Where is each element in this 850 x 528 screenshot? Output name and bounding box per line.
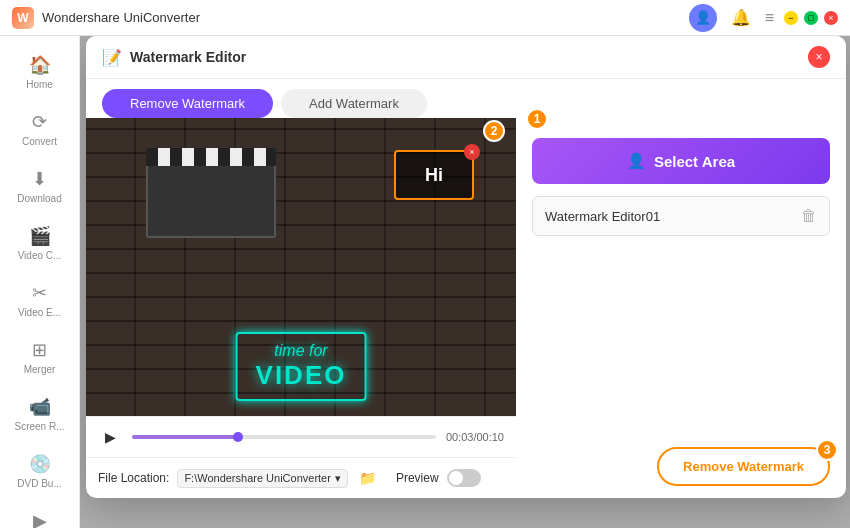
chevron-down-icon: ▾ <box>335 472 341 485</box>
sidebar-item-video-compress[interactable]: 🎬 Video C... <box>4 217 76 270</box>
right-panel: 1 👤 Select Area Watermark Editor01 🗑 <box>516 118 846 498</box>
video-content: time for VIDEO 2 Hi × <box>86 118 516 416</box>
sidebar-item-player[interactable]: ▶ Player <box>4 502 76 528</box>
sidebar-item-merger-label: Merger <box>24 364 56 376</box>
badge-3: 3 <box>816 439 838 461</box>
sidebar-item-dvd-burn[interactable]: 💿 DVD Bu... <box>4 445 76 498</box>
sidebar-item-video-edit[interactable]: ✂ Video E... <box>4 274 76 327</box>
dialog-title: Watermark Editor <box>130 49 246 65</box>
remove-watermark-label: Remove Watermark <box>683 459 804 474</box>
toggle-dot <box>449 471 463 485</box>
dialog-close-button[interactable]: × <box>808 46 830 68</box>
sidebar-item-convert-label: Convert <box>22 136 57 148</box>
progress-thumb <box>233 432 243 442</box>
maximize-button[interactable]: □ <box>804 11 818 25</box>
video-compress-icon: 🎬 <box>29 225 51 247</box>
main-layout: 🏠 Home ⟳ Convert ⬇ Download 🎬 Video C...… <box>0 36 850 528</box>
select-area-button[interactable]: 👤 Select Area <box>532 138 830 184</box>
watermark-selection-box[interactable]: Hi × <box>394 150 474 200</box>
app-title: Wondershare UniConverter <box>42 10 689 25</box>
watermark-list-item: Watermark Editor01 🗑 <box>532 196 830 236</box>
sidebar-item-video-compress-label: Video C... <box>18 250 62 262</box>
sidebar-item-convert[interactable]: ⟳ Convert <box>4 103 76 156</box>
dialog-tabs: Remove Watermark Add Watermark <box>86 79 846 118</box>
menu-icon[interactable]: ≡ <box>765 9 774 27</box>
folder-open-button[interactable]: 📁 <box>356 466 380 490</box>
person-icon: 👤 <box>627 152 646 170</box>
video-controls: ▶ 00:03/00:10 <box>86 416 516 457</box>
title-bar: W Wondershare UniConverter 👤 🔔 ≡ − □ × <box>0 0 850 36</box>
dvd-burn-icon: 💿 <box>29 453 51 475</box>
watermark-editor-dialog: 📝 Watermark Editor × Remove Watermark Ad… <box>86 36 846 498</box>
sidebar-item-download-label: Download <box>17 193 61 205</box>
home-icon: 🏠 <box>29 54 51 76</box>
sidebar-item-download[interactable]: ⬇ Download <box>4 160 76 213</box>
video-progress-bar[interactable] <box>132 435 436 439</box>
watermark-remove-icon[interactable]: × <box>464 144 480 160</box>
badge-2: 2 <box>483 120 505 142</box>
file-location-bar: File Location: F:\Wondershare UniConvert… <box>86 457 516 498</box>
dialog-title-row: 📝 Watermark Editor <box>102 48 246 67</box>
watermark-item-name: Watermark Editor01 <box>545 209 660 224</box>
file-location-path: F:\Wondershare UniConverter <box>184 472 331 484</box>
badge-1: 1 <box>526 108 548 130</box>
file-location-select[interactable]: F:\Wondershare UniConverter ▾ <box>177 469 348 488</box>
remove-watermark-button-wrapper: Remove Watermark 3 <box>657 447 830 486</box>
sidebar-item-screen-rec-label: Screen R... <box>14 421 64 433</box>
sidebar-item-home-label: Home <box>26 79 53 91</box>
delete-watermark-icon[interactable]: 🗑 <box>801 207 817 225</box>
app-logo: W <box>12 7 34 29</box>
merger-icon: ⊞ <box>32 339 47 361</box>
video-panel: time for VIDEO 2 Hi × <box>86 118 516 498</box>
preview-label: Preview <box>396 471 439 485</box>
sidebar: 🏠 Home ⟳ Convert ⬇ Download 🎬 Video C...… <box>0 36 80 528</box>
select-area-label: Select Area <box>654 153 735 170</box>
modal-overlay: 📝 Watermark Editor × Remove Watermark Ad… <box>80 36 850 528</box>
bell-icon[interactable]: 🔔 <box>727 4 755 32</box>
play-button[interactable]: ▶ <box>98 425 122 449</box>
sidebar-item-video-edit-label: Video E... <box>18 307 61 319</box>
title-bar-icons: 👤 🔔 ≡ <box>689 4 774 32</box>
remove-watermark-button[interactable]: Remove Watermark 3 <box>657 447 830 486</box>
video-edit-icon: ✂ <box>32 282 47 304</box>
watermark-content-text: Hi <box>425 165 443 186</box>
sidebar-item-merger[interactable]: ⊞ Merger <box>4 331 76 384</box>
dialog-title-icon: 📝 <box>102 48 122 67</box>
minimize-button[interactable]: − <box>784 11 798 25</box>
sidebar-item-screen-rec[interactable]: 📹 Screen R... <box>4 388 76 441</box>
screen-rec-icon: 📹 <box>29 396 51 418</box>
content-area: 📝 Watermark Editor × Remove Watermark Ad… <box>80 36 850 528</box>
download-icon: ⬇ <box>32 168 47 190</box>
video-time-display: 00:03/00:10 <box>446 431 504 443</box>
progress-fill <box>132 435 238 439</box>
window-controls: − □ × <box>784 11 838 25</box>
convert-icon: ⟳ <box>32 111 47 133</box>
neon-sign-decoration: time for VIDEO <box>236 332 367 401</box>
preview-toggle[interactable] <box>447 469 481 487</box>
close-button[interactable]: × <box>824 11 838 25</box>
player-icon: ▶ <box>33 510 47 528</box>
tab-remove-watermark[interactable]: Remove Watermark <box>102 89 273 118</box>
dialog-body: time for VIDEO 2 Hi × <box>86 118 846 498</box>
user-avatar-icon[interactable]: 👤 <box>689 4 717 32</box>
tab-add-watermark[interactable]: Add Watermark <box>281 89 427 118</box>
sidebar-item-dvd-burn-label: DVD Bu... <box>17 478 61 490</box>
clapperboard-decoration <box>146 148 276 248</box>
file-location-label: File Location: <box>98 471 169 485</box>
sidebar-item-home[interactable]: 🏠 Home <box>4 46 76 99</box>
dialog-header: 📝 Watermark Editor × <box>86 36 846 79</box>
